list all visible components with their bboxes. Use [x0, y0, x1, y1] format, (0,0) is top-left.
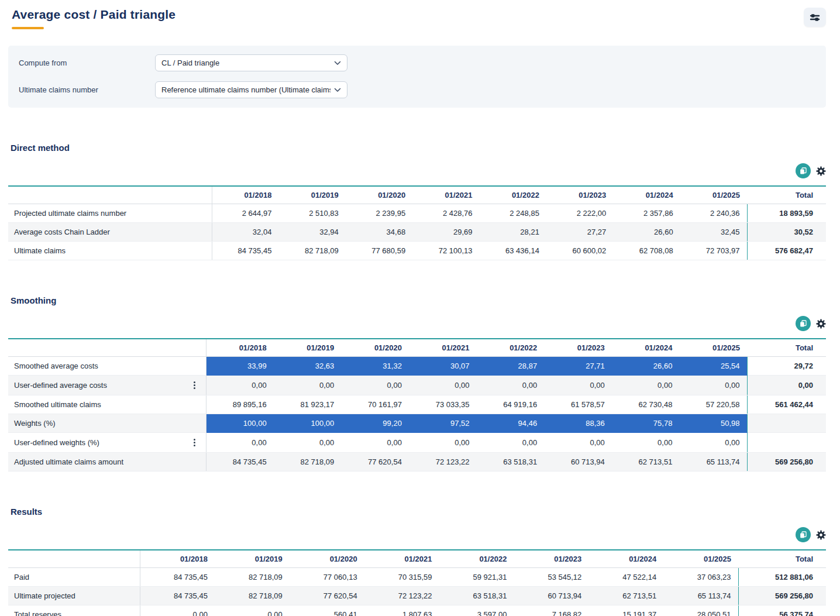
cell: 94,46 — [477, 414, 545, 433]
cell: 72 703,97 — [680, 242, 747, 260]
column-header-period: 01/2025 — [679, 339, 747, 357]
compute-from-label: Compute from — [19, 58, 155, 67]
column-header-period: 01/2024 — [613, 186, 680, 204]
ultimate-claims-number-value: Reference ultimate claims number (Ultima… — [161, 85, 331, 94]
cell: 37 063,23 — [663, 568, 738, 587]
row-label: Smoothed ultimate claims — [8, 395, 206, 414]
copy-icon — [799, 167, 807, 175]
cell: 50,98 — [679, 414, 747, 433]
cell: 2 428,76 — [412, 204, 479, 223]
column-header-period: 01/2021 — [364, 550, 439, 568]
cell: 0,00 — [341, 376, 409, 395]
column-header-period: 01/2019 — [274, 339, 342, 357]
table-settings-button[interactable] — [816, 166, 826, 176]
cell: 89 895,16 — [206, 395, 274, 414]
column-header-period: 01/2025 — [680, 186, 747, 204]
table-row: User-defined weights (%)0,000,000,000,00… — [8, 433, 826, 453]
row-label: User-defined weights (%) — [8, 433, 206, 453]
cell: 97,52 — [409, 414, 477, 433]
total-cell — [747, 414, 826, 433]
cell: 64 919,16 — [477, 395, 545, 414]
cell: 0,00 — [679, 376, 747, 395]
column-header-period: 01/2023 — [546, 186, 613, 204]
column-header-period: 01/2022 — [439, 550, 514, 568]
ultimate-claims-number-label: Ultimate claims number — [19, 85, 155, 94]
total-cell: 0,00 — [747, 376, 826, 395]
cell: 59 921,31 — [439, 568, 514, 587]
header-row: 01/201801/201901/202001/202101/202201/20… — [8, 186, 826, 204]
column-header-period: 01/2025 — [663, 550, 738, 568]
column-header-period: 01/2022 — [477, 339, 545, 357]
copy-table-button[interactable] — [796, 316, 811, 331]
gear-icon — [816, 166, 826, 176]
page-header: Average cost / Paid triangle — [8, 8, 826, 29]
table-toolbar — [8, 527, 826, 542]
total-cell: 569 256,80 — [747, 453, 826, 472]
table-row: Smoothed average costs33,9932,6331,3230,… — [8, 357, 826, 376]
table-row: Smoothed ultimate claims89 895,1681 923,… — [8, 395, 826, 414]
total-cell: 30,52 — [747, 223, 826, 242]
section-title-direct-method: Direct method — [8, 143, 826, 153]
column-header-period: 01/2021 — [409, 339, 477, 357]
row-label-column-header — [8, 550, 140, 568]
cell: 2 222,00 — [546, 204, 613, 223]
table-row: Adjusted ultimate claims amount84 735,45… — [8, 453, 826, 472]
column-header-period: 01/2022 — [480, 186, 546, 204]
cell: 0,00 — [409, 433, 477, 453]
kebab-menu-icon[interactable] — [190, 438, 199, 448]
cell: 70 315,59 — [364, 568, 439, 587]
cell: 60 713,94 — [544, 453, 612, 472]
cell: 72 123,22 — [364, 587, 439, 605]
cell: 82 718,09 — [274, 453, 342, 472]
cell: 75,78 — [612, 414, 680, 433]
ultimate-claims-number-select[interactable]: Reference ultimate claims number (Ultima… — [155, 81, 347, 98]
chevron-down-icon — [334, 61, 341, 66]
cell: 0,00 — [612, 376, 680, 395]
cell: 0,00 — [274, 433, 342, 453]
results-table: 01/201801/201901/202001/202101/202201/20… — [8, 549, 826, 616]
cell: 0,00 — [477, 433, 545, 453]
direct-method-table: 01/201801/201901/202001/202101/202201/20… — [8, 185, 826, 260]
cell: 32,94 — [278, 223, 345, 242]
sliders-icon — [809, 13, 821, 22]
compute-from-select[interactable]: CL / Paid triangle — [155, 54, 347, 71]
column-header-period: 01/2019 — [278, 186, 345, 204]
cell: 31,32 — [341, 357, 409, 376]
table-row: Total reserves0,000,00560,411 807,633 59… — [8, 605, 826, 616]
copy-table-button[interactable] — [796, 527, 811, 542]
cell: 72 123,22 — [409, 453, 477, 472]
page-title: Average cost / Paid triangle — [12, 8, 175, 22]
cell: 84 735,45 — [140, 568, 215, 587]
total-cell: 512 881,06 — [738, 568, 826, 587]
cell: 0,00 — [206, 376, 274, 395]
total-cell: 576 682,47 — [747, 242, 826, 260]
cell: 62 713,51 — [612, 453, 680, 472]
column-header-total: Total — [738, 550, 826, 568]
copy-table-button[interactable] — [796, 163, 811, 178]
table-toolbar — [8, 163, 826, 178]
column-header-total: Total — [747, 186, 826, 204]
cell: 1 807,63 — [364, 605, 439, 616]
cell: 3 597,00 — [439, 605, 514, 616]
cell: 2 644,97 — [212, 204, 278, 223]
total-cell — [747, 433, 826, 453]
cell: 99,20 — [341, 414, 409, 433]
table-settings-button[interactable] — [816, 319, 826, 329]
column-header-total: Total — [747, 339, 826, 357]
cell: 82 718,09 — [215, 568, 290, 587]
kebab-menu-icon[interactable] — [190, 380, 199, 390]
cell: 2 240,36 — [680, 204, 747, 223]
gear-icon — [816, 319, 826, 329]
cell: 57 220,58 — [679, 395, 747, 414]
total-cell: 18 893,59 — [747, 204, 826, 223]
cell: 28,87 — [477, 357, 545, 376]
row-label: Weights (%) — [8, 414, 206, 433]
cell: 28 050,51 — [663, 605, 738, 616]
cell: 0,00 — [409, 376, 477, 395]
cell: 32,63 — [274, 357, 342, 376]
row-label: Projected ultimate claims number — [8, 204, 212, 223]
cell: 73 033,35 — [409, 395, 477, 414]
cell: 32,04 — [212, 223, 278, 242]
settings-button[interactable] — [804, 8, 826, 27]
table-settings-button[interactable] — [816, 530, 826, 540]
